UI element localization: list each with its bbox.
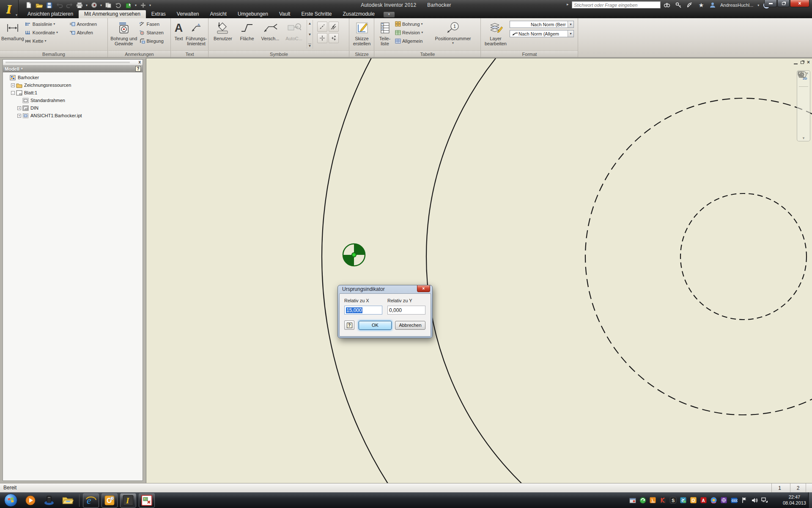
favorites-star-icon[interactable]: ★ bbox=[697, 2, 705, 8]
java-icon[interactable] bbox=[649, 497, 656, 504]
tab-extras[interactable]: Extras bbox=[146, 10, 171, 18]
tab-vault[interactable]: Vault bbox=[274, 10, 296, 18]
stanzen-button[interactable]: Stanzen bbox=[139, 29, 169, 36]
centered-pattern-button[interactable] bbox=[329, 33, 339, 43]
drawing-circle-edge[interactable] bbox=[322, 58, 812, 483]
tab-mit-anmerkung-versehen[interactable]: Mit Anmerkung versehen bbox=[79, 10, 146, 18]
sheet-number-2[interactable]: 2 bbox=[790, 483, 806, 493]
revisionstabelle-button[interactable]: Revision▾ bbox=[395, 29, 428, 36]
skizze-erstellen-button[interactable]: Skizze erstellen bbox=[351, 19, 373, 50]
tree-expander-icon[interactable]: - bbox=[11, 91, 15, 95]
browser-header[interactable]: Modell ▾ ? bbox=[3, 65, 143, 72]
dialog-help-button[interactable]: ? bbox=[344, 320, 354, 330]
taskbar-inventor-button[interactable]: I bbox=[120, 493, 136, 508]
ccc-icon[interactable]: CCC bbox=[730, 497, 738, 504]
tab-verwalten[interactable]: Verwalten bbox=[171, 10, 205, 18]
tree-item-barhocker[interactable]: Barhocker bbox=[4, 74, 143, 81]
zoom-icon[interactable]: ± bbox=[798, 98, 809, 108]
centerline-button[interactable] bbox=[317, 22, 327, 32]
chevron-down-icon[interactable]: ▾ bbox=[452, 41, 454, 45]
abrufen-button[interactable]: Abrufen bbox=[69, 29, 106, 36]
action-flag-icon[interactable] bbox=[741, 497, 748, 504]
taskbar-imageviewer-button[interactable] bbox=[139, 493, 155, 508]
anordnen-button[interactable]: Anordnen bbox=[69, 20, 106, 28]
taskbar-explorer-button[interactable] bbox=[60, 493, 76, 508]
search-collapse-arrow-icon[interactable]: ▸ bbox=[567, 2, 569, 6]
bohrungstabelle-button[interactable]: Bohrung▾ bbox=[395, 20, 428, 28]
versch-symbol-button[interactable]: Versch... bbox=[258, 19, 282, 50]
ribbon-display-toggle[interactable]: ▾ bbox=[384, 12, 395, 17]
taskbar-device-button[interactable] bbox=[41, 493, 57, 508]
chevron-down-icon[interactable]: ▾ bbox=[421, 30, 423, 34]
chevron-down-icon[interactable]: ▾ bbox=[568, 30, 573, 37]
purple-globe-icon[interactable] bbox=[720, 497, 727, 504]
drawing-centerline-circle[interactable] bbox=[680, 193, 807, 320]
chevron-down-icon[interactable]: ▾ bbox=[21, 67, 23, 71]
chevron-down-icon[interactable]: ▾ bbox=[421, 22, 423, 26]
centerline-bisector-button[interactable] bbox=[329, 22, 339, 32]
center-mark-button[interactable] bbox=[317, 33, 327, 43]
tree-item-blatt-1[interactable]: -Blatt:1 bbox=[4, 89, 143, 97]
flaeche-symbol-button[interactable]: Fläche bbox=[236, 19, 258, 50]
scroll-up-icon[interactable]: ▲ bbox=[308, 22, 312, 25]
green-update-icon[interactable] bbox=[639, 497, 646, 504]
taskbar-wmp-button[interactable] bbox=[22, 493, 38, 508]
positionsnummer-button[interactable]: 1 Positionsnummer ▾ bbox=[429, 19, 477, 50]
pan-hand-icon[interactable] bbox=[798, 88, 809, 98]
tab-zusatzmodule[interactable]: Zusatzmodule bbox=[337, 10, 380, 18]
browser-close-icon[interactable]: x bbox=[138, 60, 141, 64]
taskbar-clock[interactable]: 22:47 08.04.2013 bbox=[783, 494, 806, 506]
help-search-input[interactable] bbox=[572, 1, 661, 8]
bemassung-button[interactable]: Bemaßung bbox=[1, 19, 24, 50]
relativ-zu-x-input[interactable]: 15,000 bbox=[344, 306, 382, 315]
fuehrungslinientext-button[interactable]: A Führungs- linientext bbox=[186, 19, 207, 50]
biegung-button[interactable]: Biegung bbox=[139, 37, 169, 44]
koordinate-button[interactable]: Koordinate▾ bbox=[25, 29, 69, 36]
network-icon[interactable] bbox=[761, 497, 768, 504]
allgemein-tabelle-button[interactable]: Allgemein bbox=[395, 37, 428, 44]
chevron-down-icon[interactable]: ▾ bbox=[45, 39, 47, 43]
app-window-icon[interactable] bbox=[629, 497, 636, 504]
tree-item-ansicht1-barhocker-ipt[interactable]: +ANSICHT1:Barhocker.ipt bbox=[4, 112, 143, 119]
doc-minimize-icon[interactable] bbox=[794, 64, 798, 64]
minimize-button[interactable] bbox=[764, 0, 777, 7]
browser-help-icon[interactable]: ? bbox=[135, 66, 141, 72]
user-name[interactable]: AndreasHuchl... bbox=[720, 3, 753, 8]
layer-bearbeiten-button[interactable]: Layer bearbeiten bbox=[483, 19, 509, 50]
basislinie-button[interactable]: Basislinie▾ bbox=[25, 20, 69, 28]
kaspersky-icon[interactable] bbox=[659, 497, 667, 504]
sheet-number-1[interactable]: 1 bbox=[771, 483, 787, 493]
s-app-icon[interactable]: S bbox=[669, 497, 677, 504]
tree-expander-icon[interactable]: + bbox=[17, 106, 21, 110]
scroll-down-icon[interactable]: ▼ bbox=[308, 33, 312, 36]
start-button[interactable] bbox=[4, 494, 17, 507]
expand-gallery-icon[interactable]: ▼ bbox=[308, 44, 312, 48]
adobe-reader-icon[interactable]: A bbox=[700, 497, 707, 504]
drawing-centerline-circle[interactable] bbox=[585, 98, 812, 415]
volume-icon[interactable] bbox=[751, 497, 758, 504]
chevron-down-icon[interactable]: ▾ bbox=[53, 22, 55, 26]
navbar-more-icon[interactable]: ▾ bbox=[803, 136, 805, 140]
drawing-canvas[interactable]: × ✕ 2D ± ▾ Ursprungsindikator bbox=[146, 58, 812, 483]
relativ-zu-y-input[interactable]: 0,000 bbox=[387, 306, 425, 315]
taskbar-ie-button[interactable]: e bbox=[83, 493, 99, 508]
outlook-tray-icon[interactable]: O bbox=[690, 497, 697, 504]
doc-restore-icon[interactable] bbox=[801, 61, 804, 64]
restore-button[interactable] bbox=[777, 0, 790, 7]
tree-item-zeichnungsressourcen[interactable]: +Zeichnungsressourcen bbox=[4, 81, 143, 89]
chevron-down-icon[interactable]: ▾ bbox=[56, 30, 58, 34]
benutzer-symbol-button[interactable]: Benutzer bbox=[210, 19, 236, 50]
chevron-down-icon[interactable]: ▾ bbox=[568, 21, 573, 28]
tree-item-standardrahmen[interactable]: Standardrahmen bbox=[4, 97, 143, 104]
tree-expander-icon[interactable]: + bbox=[11, 83, 15, 87]
text-button[interactable]: A Text bbox=[173, 19, 185, 50]
taskbar-outlook-button[interactable]: O bbox=[102, 493, 118, 508]
origin-indicator[interactable] bbox=[343, 244, 365, 266]
zoom-all-icon[interactable] bbox=[798, 118, 809, 128]
layer-combo[interactable]: Nach Norm (Berr▾ bbox=[510, 21, 574, 28]
key-subscription-icon[interactable] bbox=[675, 2, 682, 8]
doc-close-icon[interactable]: × bbox=[807, 60, 810, 64]
kette-button[interactable]: Kette▾ bbox=[25, 37, 69, 44]
style-combo[interactable]: Nach Norm (Allgem▾ bbox=[510, 30, 574, 37]
tab-ansichten-platzieren[interactable]: Ansichten platzieren bbox=[22, 10, 79, 18]
